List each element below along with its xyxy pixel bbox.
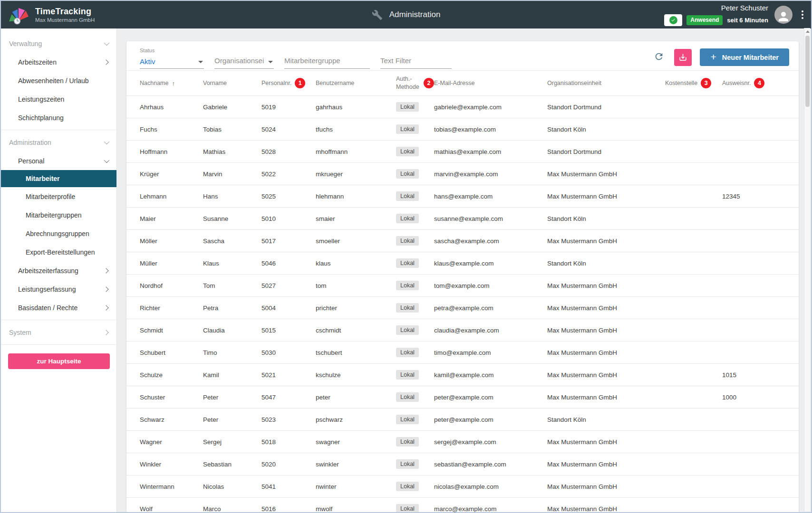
cell-ausweisnr: 1000: [722, 394, 785, 401]
sidebar-item-administration[interactable]: Administration: [1, 133, 116, 152]
sidebar-item-export-bereitstellungen[interactable]: Export-Bereitstellungen: [1, 243, 116, 261]
column-header-nachname[interactable]: Nachname↑: [140, 80, 203, 87]
cell-personalnr: 5024: [261, 126, 316, 133]
refresh-button[interactable]: [652, 49, 666, 65]
cell-email: claudia@example.com: [434, 327, 547, 334]
sidebar-item-abrechnungsgruppen[interactable]: Abrechnungsgruppen: [1, 224, 116, 243]
chevron-down-icon: [104, 40, 109, 45]
sidebar-item-mitarbeitergruppen[interactable]: Mitarbeitergruppen: [1, 206, 116, 224]
table-row[interactable]: SchulzeKamil5021kschulzeLokalkamil@examp…: [126, 364, 799, 386]
vertical-scrollbar[interactable]: [804, 28, 810, 511]
sidebar-item-label: Export-Bereitstellungen: [26, 248, 108, 256]
cell-vorname: Claudia: [203, 327, 261, 334]
home-button[interactable]: zur Hauptseite: [8, 353, 110, 369]
cell-personalnr: 5021: [261, 371, 316, 379]
table-row[interactable]: MaierSusanne5010smaierLokalsusanne@examp…: [126, 208, 799, 230]
column-header-kostenstelle[interactable]: Kostenstelle3: [665, 78, 722, 88]
table-row[interactable]: HoffmannMathias5028mhoffmannLokalmathias…: [126, 141, 799, 163]
table-row[interactable]: FuchsTobias5024tfuchsLokaltobias@example…: [126, 118, 799, 141]
column-info-badge[interactable]: 1: [295, 78, 305, 88]
sidebar-item-mitarbeiter[interactable]: Mitarbeiter: [1, 170, 116, 187]
cell-benutzername: kschulze: [316, 371, 396, 379]
kebab-menu-icon[interactable]: [799, 8, 806, 22]
sidebar-item-verwaltung[interactable]: Verwaltung: [1, 34, 116, 53]
table-row[interactable]: SchmidtClaudia5015cschmidtLokalclaudia@e…: [126, 319, 799, 342]
sidebar-item-leistungszeiten[interactable]: Leistungszeiten: [1, 90, 116, 108]
table-row[interactable]: RichterPetra5004prichterLokalpetra@examp…: [126, 297, 799, 319]
sort-asc-icon: ↑: [172, 80, 175, 87]
cell-vorname: Timo: [203, 349, 261, 356]
column-header-vorname[interactable]: Vorname: [203, 80, 261, 86]
scrollbar-thumb[interactable]: [805, 36, 810, 107]
sidebar-item-leistungserfassung[interactable]: Leistungserfassung: [1, 280, 116, 298]
sidebar-item-mitarbeiterprofile[interactable]: Mitarbeiterprofile: [1, 187, 116, 206]
table-row[interactable]: WolfMarco5016mwolfLokalmarco@example.com…: [126, 498, 799, 513]
cell-organisationseinheit: Max Mustermann GmbH: [547, 282, 665, 289]
column-info-badge[interactable]: 4: [754, 78, 764, 88]
cell-nachname: Schmidt: [140, 327, 203, 334]
cell-vorname: Sergej: [203, 438, 261, 446]
table-row[interactable]: LehmannHans5025hlehmannLokalhans@example…: [126, 185, 799, 208]
cell-organisationseinheit: Standort Köln: [547, 416, 665, 423]
cell-benutzername: smoeller: [316, 238, 396, 245]
table-row[interactable]: SchwarzPeter5023pschwarzLokalpeter@examp…: [126, 408, 799, 431]
cell-vorname: Marco: [203, 505, 261, 513]
sidebar-item-label: System: [9, 329, 104, 336]
cell-nachname: Fuchs: [140, 126, 203, 133]
table-row[interactable]: AhrhausGabriele5019gahrhausLokalgabriele…: [126, 96, 799, 118]
status-filter-select[interactable]: Status Aktiv: [140, 46, 204, 69]
plus-icon: +: [710, 52, 716, 62]
presence-toggle-button[interactable]: [664, 14, 682, 26]
cell-benutzername: mkrueger: [316, 171, 396, 178]
cell-organisationseinheit: Max Mustermann GmbH: [547, 349, 665, 356]
sidebar-item-personal[interactable]: Personal: [1, 152, 116, 170]
table-row[interactable]: NordhofTom5027tomLokaltom@example.comMax…: [126, 275, 799, 297]
column-header-label: Nachname: [140, 80, 168, 86]
sidebar-item-arbeitszeiten[interactable]: Arbeitszeiten: [1, 53, 116, 71]
download-button[interactable]: [674, 49, 692, 66]
cell-personalnr: 5010: [261, 215, 316, 222]
auth-method-chip: Lokal: [396, 325, 419, 335]
employee-group-filter-input[interactable]: Mitarbeitergruppe: [284, 46, 370, 69]
auth-method-chip: Lokal: [396, 370, 419, 380]
text-filter-input[interactable]: Text Filter: [380, 46, 452, 69]
cell-benutzername: smaier: [316, 215, 396, 222]
table-row[interactable]: SchusterPeter5047peterLokalpeter@example…: [126, 386, 799, 408]
column-info-badge[interactable]: 2: [424, 78, 434, 88]
table-row[interactable]: WintermannNicolas5041nwinterLokalnicolas…: [126, 475, 799, 498]
cell-vorname: Gabriele: [203, 104, 261, 111]
sidebar-item-abwesenheiten-urlaub[interactable]: Abwesenheiten / Urlaub: [1, 71, 116, 90]
column-header-e-mail-adresse[interactable]: E-Mail-Adresse: [434, 80, 547, 86]
table-row[interactable]: WagnerSergej5018swagnerLokalsergej@examp…: [126, 431, 799, 453]
table-row[interactable]: SchubertTimo5030tschubertLokaltimo@examp…: [126, 342, 799, 364]
column-header-auth-methode[interactable]: Auth.-Methode2: [396, 75, 434, 91]
cell-benutzername: prichter: [316, 304, 396, 312]
table-row[interactable]: MüllerKlaus5046klausLokalklaus@example.c…: [126, 252, 799, 275]
column-header-ausweisnr[interactable]: Ausweisnr.4: [722, 78, 785, 88]
user-avatar[interactable]: [774, 6, 793, 24]
org-unit-filter-select[interactable]: Organisationsei...: [214, 46, 274, 69]
column-header-benutzername[interactable]: Benutzername: [316, 80, 396, 86]
sidebar-item-system[interactable]: System: [1, 323, 116, 342]
sidebar-item-basisdaten-rechte[interactable]: Basisdaten / Rechte: [1, 298, 116, 317]
column-header-personalnr[interactable]: Personalnr.1: [261, 78, 316, 88]
sidebar-item-label: Leistungserfassung: [18, 285, 104, 293]
cell-email: kamil@example.com: [434, 371, 547, 379]
cell-nachname: Schubert: [140, 349, 203, 356]
column-info-badge[interactable]: 3: [701, 78, 711, 88]
sidebar-item-arbeitszeiterfassung[interactable]: Arbeitszeiterfassung: [1, 261, 116, 280]
table-row[interactable]: WinklerSebastian5020swinklerLokalsebasti…: [126, 453, 799, 475]
refresh-icon: [654, 51, 664, 62]
cell-organisationseinheit: Standort Dortmund: [547, 104, 665, 111]
cell-nachname: Wintermann: [140, 483, 203, 490]
new-employee-button[interactable]: + Neuer Mitarbeiter: [700, 48, 789, 66]
cell-benutzername: cschmidt: [316, 327, 396, 334]
sidebar-item-label: Abwesenheiten / Urlaub: [18, 77, 108, 85]
table-row[interactable]: MöllerSascha5017smoellerLokalsascha@exam…: [126, 230, 799, 252]
table-row[interactable]: KrügerMarvin5022mkruegerLokalmarvin@exam…: [126, 163, 799, 185]
sidebar-item-schichtplanung[interactable]: Schichtplanung: [1, 108, 116, 127]
sidebar-item-label: Leistungszeiten: [18, 95, 108, 103]
sidebar-divider: [1, 320, 116, 320]
cell-nachname: Lehmann: [140, 193, 203, 200]
column-header-organisationseinheit[interactable]: Organisationseinheit: [547, 80, 665, 86]
